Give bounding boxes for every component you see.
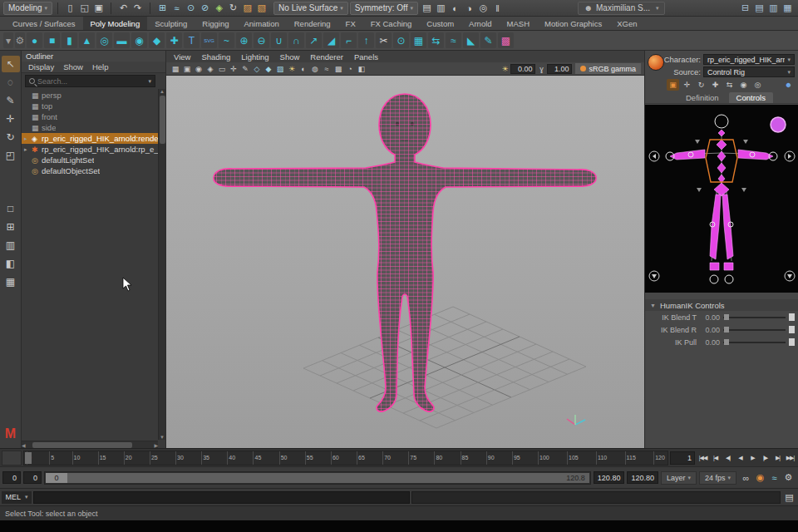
timeline-tick[interactable]: 60 xyxy=(331,451,339,465)
timeline-ticks[interactable]: 0510152025303540455055606570758085909510… xyxy=(23,451,668,466)
command-language-selector[interactable]: MEL ▾ xyxy=(2,491,32,504)
timeline-tick[interactable]: 5 xyxy=(49,451,54,465)
timeline-tick[interactable]: 105 xyxy=(567,451,579,465)
save-scene-icon[interactable]: ▣ xyxy=(91,2,106,15)
boolean-union-icon[interactable]: ⊕ xyxy=(236,32,252,48)
poly-cone-icon[interactable]: ▲ xyxy=(79,32,95,48)
snap-to-curve-icon[interactable]: ≈ xyxy=(170,2,184,15)
new-scene-icon[interactable]: ▯ xyxy=(63,2,77,15)
viewport-menu[interactable]: Panels xyxy=(354,52,378,62)
character-selector[interactable]: rp_eric_rigged_HIK_arnol ▾ xyxy=(703,54,795,65)
live-surface-selector[interactable]: No Live Surface ▾ xyxy=(273,2,348,15)
separate-icon[interactable]: ∩ xyxy=(288,32,304,48)
hik-character-diagram[interactable] xyxy=(645,105,798,293)
hik-full-body-icon[interactable]: ☻ xyxy=(782,79,795,91)
user-account-button[interactable]: ☻ Maximilian S... ▾ xyxy=(578,2,664,15)
scroll-down-icon[interactable]: ▼ xyxy=(160,435,165,440)
viewport-menu[interactable]: View xyxy=(174,52,190,62)
timeline-tick[interactable]: 40 xyxy=(227,451,235,465)
slider-handle[interactable] xyxy=(724,339,729,345)
expand-caret-icon[interactable]: ▸ xyxy=(24,146,32,153)
go-to-start-button[interactable]: |◀◀ xyxy=(697,451,709,465)
humanik-controls-header[interactable]: ▼ HumanIK Controls xyxy=(645,299,798,311)
textured-mode-icon[interactable]: ▨ xyxy=(274,63,286,75)
layout-two-pane-icon[interactable]: ▥ xyxy=(2,237,20,254)
hik-pin-translate-icon[interactable]: ◉ xyxy=(737,79,750,91)
xgen-interactive-groom-icon[interactable]: ▩ xyxy=(498,32,514,48)
poly-torus-icon[interactable]: ◎ xyxy=(96,32,112,48)
timeline-tick[interactable]: 10 xyxy=(72,451,81,465)
range-slider-track[interactable]: 0 120.8 xyxy=(44,471,591,485)
pan-zoom-icon[interactable]: ✛ xyxy=(228,63,239,75)
ik-key-button[interactable] xyxy=(789,326,795,333)
poly-cube-icon[interactable]: ■ xyxy=(44,32,60,48)
timeline-tick[interactable]: 95 xyxy=(512,451,520,465)
scroll-right-icon[interactable]: ▶ xyxy=(154,442,158,448)
poly-cylinder-icon[interactable]: ▮ xyxy=(62,32,77,48)
snap-to-projected-center-icon[interactable]: ⊘ xyxy=(198,2,212,15)
bookmarks-icon[interactable]: ◈ xyxy=(204,63,216,75)
xray-icon[interactable]: ◔ xyxy=(344,63,356,75)
bevel-icon[interactable]: ◢ xyxy=(323,32,339,48)
play-backwards-button[interactable]: ◀ xyxy=(734,451,746,465)
quad-draw-icon[interactable]: ▦ xyxy=(411,32,426,48)
menu-tab[interactable]: XGen xyxy=(609,17,644,30)
construction-history-icon[interactable]: ↻ xyxy=(226,2,240,15)
bridge-icon[interactable]: ⌐ xyxy=(341,32,357,48)
mirror-icon[interactable]: ⇆ xyxy=(428,32,444,48)
boolean-difference-icon[interactable]: ⊖ xyxy=(254,32,269,48)
tool-settings-icon[interactable]: ▦ xyxy=(781,2,795,15)
open-scene-icon[interactable]: ◱ xyxy=(77,2,91,15)
crease-tool-icon[interactable]: ◣ xyxy=(463,32,479,48)
outliner-menu[interactable]: Show xyxy=(63,62,83,71)
render-current-frame-icon[interactable]: ▨ xyxy=(240,2,254,15)
gamma-field[interactable]: 1.00 xyxy=(547,64,572,74)
timeline-tick[interactable]: 35 xyxy=(201,451,209,465)
animation-preferences-icon[interactable]: ⚙ xyxy=(781,471,796,485)
workspace-selector-icon[interactable]: ⊟ xyxy=(738,2,752,15)
select-tool-icon[interactable]: ↖ xyxy=(2,56,20,72)
hik-tab[interactable]: Controls xyxy=(729,92,773,103)
timeline-tick[interactable]: 15 xyxy=(98,451,106,465)
lock-camera-icon[interactable]: ▣ xyxy=(181,63,193,75)
scroll-up-icon[interactable]: ▲ xyxy=(160,89,165,94)
outliner-item[interactable]: ▸ ◈ rp_eric_rigged_HIK_arnold:renderpe xyxy=(22,133,165,144)
timeline-tick[interactable]: 70 xyxy=(382,451,391,465)
viewport-menu[interactable]: Lighting xyxy=(241,52,268,62)
undo-icon[interactable]: ↶ xyxy=(116,2,131,15)
viewport-menu[interactable]: Renderer xyxy=(310,52,343,62)
hik-tab[interactable]: Definition xyxy=(678,92,727,103)
poly-disc-icon[interactable]: ◉ xyxy=(131,32,147,48)
snap-to-grid-icon[interactable]: ⊞ xyxy=(155,2,170,15)
timeline-tick[interactable]: 115 xyxy=(625,451,636,465)
select-camera-icon[interactable]: ▦ xyxy=(170,63,181,75)
gamma-icon[interactable]: ɣ xyxy=(536,63,546,75)
menu-tab[interactable]: MASH xyxy=(500,17,537,30)
animation-end-field[interactable]: 120.80 xyxy=(627,471,658,484)
go-to-end-button[interactable]: ▶▶| xyxy=(784,451,796,465)
viewport-canvas[interactable] xyxy=(166,76,644,448)
extract-icon[interactable]: ↗ xyxy=(306,32,322,48)
super-ellipse-icon[interactable]: ✚ xyxy=(166,32,182,48)
outliner-menu[interactable]: Display xyxy=(28,62,54,71)
timeline-tick[interactable]: 85 xyxy=(461,451,469,465)
pause-viewport-icon[interactable]: ‖ xyxy=(490,2,505,15)
shelf-tab-selector-icon[interactable]: ▾ xyxy=(3,32,13,48)
target-weld-icon[interactable]: ⊙ xyxy=(393,32,409,48)
hik-refresh-icon[interactable]: ↻ xyxy=(695,79,707,91)
wireframe-mode-icon[interactable]: ◇ xyxy=(251,63,263,75)
color-space-chip[interactable]: sRGB gamma xyxy=(575,63,641,74)
outliner-horizontal-scrollbar[interactable]: ◀ ▶ xyxy=(22,441,158,448)
menu-tab[interactable]: Poly Modeling xyxy=(83,17,148,30)
step-back-key-button[interactable]: |◀ xyxy=(709,451,722,465)
input-connections-icon[interactable]: ▤ xyxy=(420,2,434,15)
timeline-tick[interactable]: 75 xyxy=(408,451,416,465)
scale-tool-icon[interactable]: ◰ xyxy=(2,147,20,164)
menu-tab[interactable]: Rendering xyxy=(287,17,338,30)
isolate-select-icon[interactable]: ◧ xyxy=(356,63,367,75)
ik-slider-track[interactable] xyxy=(723,326,786,333)
highlight-affected-icon[interactable]: ◎ xyxy=(476,2,490,15)
shadows-icon[interactable]: ◐ xyxy=(298,63,309,75)
sweep-mesh-icon[interactable]: ~ xyxy=(219,32,234,48)
command-input[interactable] xyxy=(33,491,410,504)
